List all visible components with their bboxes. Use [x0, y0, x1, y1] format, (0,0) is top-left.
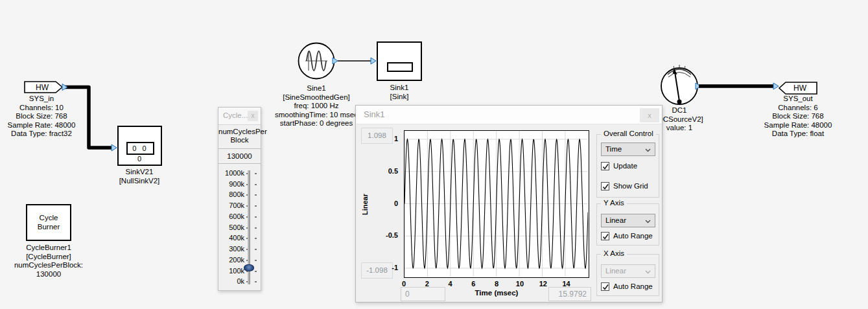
checkmark-icon — [602, 163, 610, 171]
y-tick-label: 1 — [356, 135, 398, 143]
sink1-window-title-bar[interactable]: Sink1 x — [356, 106, 662, 124]
sys-out-labels: SYS_outChannels: 6Block Size: 768Sample … — [756, 95, 840, 139]
x-tick-label: 4 — [449, 280, 452, 288]
update-checkbox-label: Update — [613, 162, 637, 170]
slider-scale-row: 200k — [218, 255, 261, 266]
slider-tick — [255, 194, 257, 196]
block-label-line: Sine1 — [264, 84, 368, 93]
slider-scale-row: 800k — [218, 189, 261, 200]
x-axis-caption: X Axis — [601, 249, 627, 257]
checkbox-box[interactable] — [601, 182, 609, 190]
slider-scale-row: 0k — [218, 276, 261, 287]
checkbox-box[interactable] — [601, 232, 609, 240]
inspector-title: Cycle... — [223, 111, 248, 119]
block-label-line: Block Size: 768 — [5, 112, 78, 121]
sink1-input-port[interactable] — [371, 58, 376, 64]
chevron-down-icon — [645, 148, 651, 152]
block-label-line: [CycleBurner] — [1, 253, 96, 262]
block-label-line: freq: 1000 Hz — [264, 102, 368, 111]
cycle-burner-labels: CycleBurner1[CycleBurner]numCyclesPerBlo… — [1, 244, 96, 279]
scope-plot-svg — [405, 131, 588, 277]
y-tick-label: 0.5 — [356, 167, 398, 175]
slider-scale-label: 0k — [220, 276, 244, 287]
show-grid-checkbox-label: Show Grid — [613, 182, 648, 190]
sinkv21-input-port[interactable] — [111, 144, 117, 151]
scope-plot[interactable] — [404, 130, 589, 278]
x-auto-range-checkbox[interactable]: Auto Range — [601, 282, 653, 292]
block-label-line: [NullSinkV2] — [107, 177, 172, 186]
sink1-window[interactable]: Sink1 x 1.098 -1.098 Linear 10.50-0.5-1 … — [355, 105, 663, 303]
overall-control-dropdown[interactable]: Time — [601, 143, 655, 156]
x-tick-label: 10 — [516, 280, 524, 288]
inspector-title-bar[interactable]: Cycle... x — [218, 108, 261, 125]
slider-tick — [255, 249, 257, 250]
block-label-line: Sample Rate: 48000 — [5, 121, 78, 130]
slider-tick — [255, 260, 257, 261]
show-grid-checkbox[interactable]: Show Grid — [601, 181, 648, 191]
sine1-labels: Sine1[SineSmoothedGen]freq: 1000 Hzsmoot… — [264, 84, 368, 128]
block-label-line: Data Type: fract32 — [5, 130, 78, 139]
block-label-line: [Sink] — [367, 93, 432, 102]
slider-scale-row: 900k — [218, 179, 261, 190]
x-end-field[interactable]: 15.9792 — [548, 287, 591, 301]
block-label-line: numCyclesPerBlock: 130000 — [1, 261, 96, 279]
y-tick-label: -0.5 — [356, 231, 398, 239]
y-axis-ticks: 10.50-0.5-1 — [356, 130, 401, 278]
sys-out-input-port[interactable] — [773, 83, 779, 89]
cycle-burner-inspector-panel[interactable]: Cycle... x numCyclesPer Block 130000 100… — [218, 107, 261, 291]
slider-scale: 1000k900k800k700k600k500k400k300k200k100… — [218, 168, 261, 288]
x-tick-label: 6 — [471, 280, 475, 288]
slider-scale-label: 400k — [220, 233, 244, 244]
param-value-field[interactable]: 130000 — [218, 149, 261, 164]
y-auto-range-checkbox[interactable]: Auto Range — [601, 231, 653, 241]
x-tick-label: 8 — [495, 280, 499, 288]
block-label-line: SYS_in — [5, 95, 78, 104]
sine1-output-port[interactable] — [333, 58, 338, 64]
checkbox-box[interactable] — [601, 282, 609, 291]
slider-scale-row: 600k — [218, 211, 261, 222]
block-label-line: Data Type: float — [756, 130, 840, 139]
close-icon[interactable]: x — [248, 111, 258, 121]
slider-tick — [255, 184, 257, 185]
gauge-pivot-icon — [677, 100, 682, 104]
slider-tick — [255, 238, 257, 239]
block-label-line: Block Size: 768 — [756, 112, 840, 121]
block-label-line: CycleBurner1 — [1, 244, 96, 253]
sys-in-labels: SYS_inChannels: 10Block Size: 768Sample … — [5, 95, 78, 139]
sys-in-port-label: HW — [26, 83, 58, 92]
close-icon[interactable]: x — [640, 108, 659, 122]
block-label-line: Sample Rate: 48000 — [756, 121, 840, 130]
slider-scale-label: 900k — [220, 179, 244, 190]
slider-scale-row: 1000k — [218, 168, 261, 179]
x-axis-dropdown-disabled: Linear — [601, 264, 655, 278]
sinkv21-counter-display: 0 0 0 — [126, 142, 154, 155]
block-label-line: Sink1 — [367, 84, 432, 93]
checkmark-icon — [602, 233, 610, 241]
chevron-down-icon — [645, 270, 651, 274]
block-body-line: Cycle — [27, 213, 70, 222]
y-tick-label: 0 — [356, 200, 398, 207]
block-label-line: Channels: 6 — [756, 104, 840, 113]
slider-scale-label: 500k — [220, 222, 244, 233]
cycle-burner-body-text: CycleBurner — [27, 213, 70, 231]
x-auto-range-label: Auto Range — [613, 282, 653, 290]
checkmark-icon — [602, 183, 610, 191]
sys-in-output-port[interactable] — [62, 84, 67, 91]
slider-tick — [255, 173, 257, 174]
checkbox-box[interactable] — [601, 162, 609, 170]
y-axis-caption: Y Axis — [601, 199, 627, 207]
sink1-window-title: Sink1 — [364, 109, 385, 119]
y-axis-dropdown[interactable]: Linear — [601, 214, 655, 227]
block-label-line: [SineSmoothedGen] — [264, 93, 368, 102]
cycle-burner-block[interactable]: CycleBurner — [26, 204, 71, 241]
diagram-canvas[interactable]: HW SYS_inChannels: 10Block Size: 768Samp… — [0, 0, 868, 309]
slider-scale-label: 300k — [220, 244, 244, 255]
sinkv21-labels: SinkV21[NullSinkV2] — [107, 168, 172, 185]
sink1-labels: Sink1[Sink] — [367, 84, 432, 101]
x-start-field[interactable]: 0 — [401, 287, 445, 301]
slider-thumb[interactable] — [244, 264, 254, 271]
slider-scale-row: 300k — [218, 244, 261, 255]
update-checkbox[interactable]: Update — [601, 161, 637, 171]
block-label-line: startPhase: 0 degrees — [264, 119, 368, 128]
sink1-block[interactable] — [377, 41, 422, 81]
